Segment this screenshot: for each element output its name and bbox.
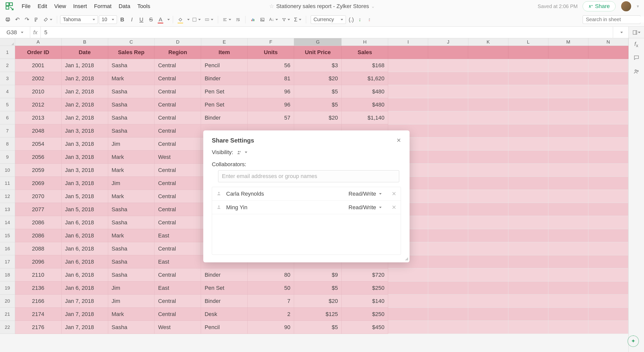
cell[interactable]: Sasha (108, 98, 155, 111)
cell[interactable] (468, 177, 508, 190)
col-header-K[interactable]: K (468, 38, 508, 46)
cell[interactable]: 2077 (15, 203, 62, 216)
cell[interactable] (428, 124, 468, 137)
cell[interactable]: Jan 7, 2018 (62, 308, 108, 321)
menu-file[interactable]: File (22, 3, 30, 10)
header-cell[interactable]: Order ID (15, 46, 62, 59)
row-header[interactable]: 6 (0, 111, 15, 124)
print-button[interactable] (4, 15, 12, 24)
cell[interactable]: Mark (108, 72, 155, 85)
col-header-L[interactable]: L (508, 38, 548, 46)
cell[interactable] (588, 203, 628, 216)
cell[interactable] (508, 190, 548, 203)
cell[interactable] (468, 203, 508, 216)
cell[interactable]: Jan 1, 2018 (62, 59, 108, 72)
cell[interactable]: Sasha (108, 255, 155, 268)
cell[interactable]: $140 (342, 295, 388, 308)
cell[interactable]: East (154, 255, 201, 268)
cell[interactable]: Central (154, 308, 201, 321)
menu-data[interactable]: Data (118, 3, 130, 10)
formula-value[interactable]: 5 (41, 29, 613, 36)
cell[interactable] (388, 321, 428, 334)
cell[interactable] (588, 98, 628, 111)
cell[interactable]: Sasha (108, 268, 155, 281)
cell[interactable]: $20 (294, 72, 342, 85)
cell[interactable]: Central (154, 268, 201, 281)
cell[interactable] (508, 124, 548, 137)
row-header[interactable]: 18 (0, 268, 15, 281)
cell[interactable] (508, 268, 548, 281)
cell[interactable]: $20 (294, 111, 342, 124)
cell[interactable]: Central (154, 72, 201, 85)
cell[interactable] (548, 321, 588, 334)
cell[interactable] (468, 72, 508, 85)
search-input[interactable] (585, 16, 644, 23)
sort-button[interactable]: A↓ (268, 15, 279, 24)
cell[interactable]: Jan 6, 2018 (62, 242, 108, 255)
cell[interactable] (428, 177, 468, 190)
col-header-G[interactable]: G (294, 38, 342, 46)
wrap-text-button[interactable] (234, 15, 242, 24)
cell[interactable]: 2086 (15, 216, 62, 229)
cell[interactable] (508, 137, 548, 151)
cell[interactable]: Jan 6, 2018 (62, 229, 108, 242)
cell[interactable]: Sasha (108, 85, 155, 98)
cell[interactable]: Central (154, 242, 201, 255)
col-header-J[interactable]: J (428, 38, 468, 46)
cell[interactable]: 2054 (15, 137, 62, 151)
cell[interactable]: Mark (108, 164, 155, 177)
cell[interactable]: 56 (248, 59, 294, 72)
cell[interactable] (468, 164, 508, 177)
cell[interactable] (388, 308, 428, 321)
cell[interactable] (588, 124, 628, 137)
cell[interactable]: 2013 (15, 111, 62, 124)
row-header[interactable]: 13 (0, 203, 15, 216)
cell[interactable] (548, 85, 588, 98)
cell[interactable]: Central (154, 177, 201, 190)
cell[interactable] (468, 85, 508, 98)
cell[interactable] (588, 229, 628, 242)
cell[interactable]: Central (154, 98, 201, 111)
cell[interactable]: Central (154, 190, 201, 203)
cell[interactable]: $250 (342, 281, 388, 295)
menu-tools[interactable]: Tools (137, 3, 150, 10)
fill-color-button[interactable] (176, 15, 185, 24)
cell[interactable] (468, 151, 508, 164)
cell[interactable]: Mark (108, 190, 155, 203)
cell[interactable] (588, 321, 628, 334)
header-cell[interactable]: Sales Rep (108, 46, 155, 59)
cell[interactable]: 2176 (15, 321, 62, 334)
cell[interactable] (508, 151, 548, 164)
cell[interactable] (468, 321, 508, 334)
cell[interactable]: Pen Set (201, 85, 248, 98)
row-header[interactable]: 17 (0, 255, 15, 268)
cell[interactable] (428, 229, 468, 242)
cell[interactable]: $720 (342, 268, 388, 281)
cell[interactable] (468, 59, 508, 72)
cell[interactable] (428, 164, 468, 177)
cell[interactable] (468, 98, 508, 111)
cell[interactable]: Sasha (108, 242, 155, 255)
cell[interactable] (588, 281, 628, 295)
row-header[interactable]: 16 (0, 242, 15, 255)
cell[interactable]: $168 (342, 59, 388, 72)
col-header-A[interactable]: A (15, 38, 62, 46)
cell[interactable] (548, 203, 588, 216)
number-format-select[interactable]: Currency (311, 15, 346, 24)
header-cell[interactable]: Unit Price (294, 46, 342, 59)
cell[interactable]: Central (154, 137, 201, 151)
collaborator-email-input[interactable] (218, 170, 399, 182)
cell[interactable] (428, 190, 468, 203)
cell[interactable]: $5 (294, 85, 342, 98)
cell[interactable]: Central (154, 85, 201, 98)
cell[interactable] (428, 111, 468, 124)
cell[interactable]: Jan 7, 2018 (62, 321, 108, 334)
cell[interactable] (508, 216, 548, 229)
cell[interactable]: Jan 6, 2018 (62, 281, 108, 295)
cell[interactable] (548, 98, 588, 111)
cell[interactable]: 2048 (15, 124, 62, 137)
comments-icon[interactable] (634, 55, 639, 62)
cell[interactable] (468, 281, 508, 295)
cell[interactable] (588, 164, 628, 177)
fx-label[interactable]: fx (30, 27, 41, 38)
